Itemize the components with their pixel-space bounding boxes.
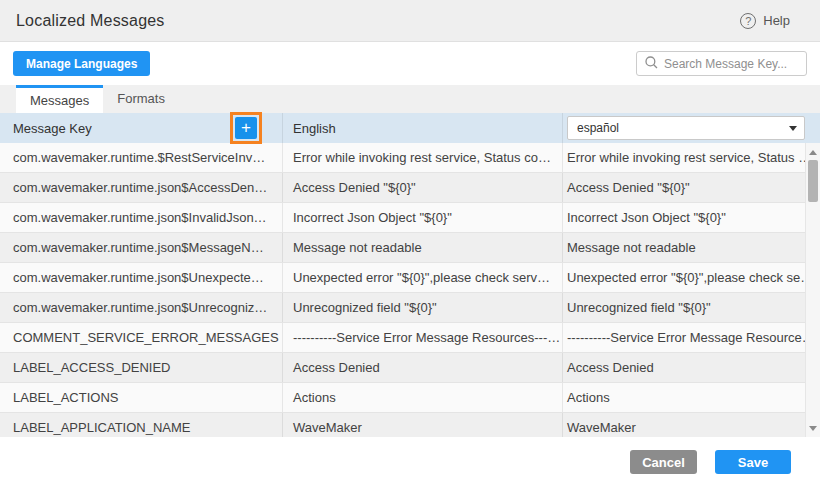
cell-localized[interactable]: Error while invoking rest service, Statu… — [563, 143, 820, 172]
scroll-up-icon[interactable] — [806, 145, 820, 159]
column-header-language: español — [563, 113, 820, 143]
cell-localized[interactable]: ----------Service Error Message Resource… — [563, 323, 820, 352]
help-label: Help — [763, 13, 790, 28]
language-select[interactable]: español — [567, 116, 805, 140]
cell-localized[interactable]: Actions — [563, 383, 820, 412]
messages-table: Message Key + English español com.wavema — [0, 113, 820, 437]
cell-english[interactable]: Error while invoking rest service, Statu… — [283, 143, 563, 172]
cell-english[interactable]: Unexpected error "${0}",please check ser… — [283, 263, 563, 292]
toolbar: Manage Languages — [0, 42, 820, 85]
table-row[interactable]: com.wavemaker.runtime.json$InvalidJson… … — [0, 203, 820, 233]
cell-localized[interactable]: WaveMaker — [563, 413, 820, 437]
column-header-english: English — [283, 113, 563, 143]
cell-message-key[interactable]: LABEL_ACTIONS — [0, 383, 283, 412]
search-icon — [645, 55, 658, 73]
cell-message-key[interactable]: com.wavemaker.runtime.json$InvalidJson… — [0, 203, 283, 232]
message-key-header-label: Message Key — [13, 121, 92, 136]
search-input[interactable] — [664, 57, 798, 71]
tab-formats[interactable]: Formats — [103, 85, 179, 113]
cell-localized[interactable]: Message not readable — [563, 233, 820, 262]
cell-localized[interactable]: Unrecognized field "${0}" — [563, 293, 820, 322]
table-row[interactable]: LABEL_ACTIONS Actions Actions — [0, 383, 820, 413]
cell-english[interactable]: Unrecognized field "${0}" — [283, 293, 563, 322]
cell-english[interactable]: Access Denied "${0}" — [283, 173, 563, 202]
table-row[interactable]: LABEL_ACCESS_DENIED Access Denied Access… — [0, 353, 820, 383]
cell-localized[interactable]: Access Denied "${0}" — [563, 173, 820, 202]
table-body: com.wavemaker.runtime.$RestServiceInv… E… — [0, 143, 820, 437]
cell-localized[interactable]: Access Denied — [563, 353, 820, 382]
cell-english[interactable]: WaveMaker — [283, 413, 563, 437]
cell-message-key[interactable]: LABEL_APPLICATION_NAME — [0, 413, 283, 437]
language-select-wrap: español — [567, 116, 805, 140]
help-link[interactable]: ? Help — [740, 13, 790, 29]
scroll-down-icon[interactable] — [806, 421, 820, 435]
scrollbar-thumb[interactable] — [808, 160, 818, 202]
table-header-row: Message Key + English español — [0, 113, 820, 143]
cell-message-key[interactable]: COMMENT_SERVICE_ERROR_MESSAGES — [0, 323, 283, 352]
vertical-scrollbar[interactable] — [805, 143, 820, 437]
table-row[interactable]: com.wavemaker.runtime.json$Unexpecte… Un… — [0, 263, 820, 293]
table-row[interactable]: COMMENT_SERVICE_ERROR_MESSAGES ---------… — [0, 323, 820, 353]
cell-english[interactable]: Actions — [283, 383, 563, 412]
cell-message-key[interactable]: com.wavemaker.runtime.json$Unrecogniz… — [0, 293, 283, 322]
cell-localized[interactable]: Unexpected error "${0}",please check se… — [563, 263, 820, 292]
cancel-button[interactable]: Cancel — [630, 450, 697, 474]
cell-english[interactable]: Incorrect Json Object "${0}" — [283, 203, 563, 232]
table-row[interactable]: com.wavemaker.runtime.json$AccessDen… Ac… — [0, 173, 820, 203]
cell-localized[interactable]: Incorrect Json Object "${0}" — [563, 203, 820, 232]
table-row[interactable]: LABEL_APPLICATION_NAME WaveMaker WaveMak… — [0, 413, 820, 437]
cell-message-key[interactable]: com.wavemaker.runtime.$RestServiceInv… — [0, 143, 283, 172]
save-button[interactable]: Save — [715, 450, 791, 474]
localized-messages-dialog: Localized Messages ? Help Manage Languag… — [0, 0, 820, 490]
table-row[interactable]: com.wavemaker.runtime.json$MessageN… Mes… — [0, 233, 820, 263]
cell-english[interactable]: Access Denied — [283, 353, 563, 382]
cell-english[interactable]: Message not readable — [283, 233, 563, 262]
tab-messages[interactable]: Messages — [16, 85, 103, 113]
highlight-annotation: + — [230, 112, 262, 144]
cell-message-key[interactable]: LABEL_ACCESS_DENIED — [0, 353, 283, 382]
cell-message-key[interactable]: com.wavemaker.runtime.json$MessageN… — [0, 233, 283, 262]
cell-message-key[interactable]: com.wavemaker.runtime.json$AccessDen… — [0, 173, 283, 202]
title-bar: Localized Messages ? Help — [0, 0, 820, 42]
search-box[interactable] — [636, 51, 807, 76]
tab-bar: Messages Formats — [0, 85, 820, 113]
manage-languages-button[interactable]: Manage Languages — [13, 51, 150, 76]
question-circle-icon: ? — [740, 13, 756, 29]
cell-english[interactable]: ----------Service Error Message Resource… — [283, 323, 563, 352]
english-header-label: English — [293, 121, 336, 136]
dialog-footer: Cancel Save — [0, 437, 820, 490]
page-title: Localized Messages — [16, 12, 165, 30]
table-row[interactable]: com.wavemaker.runtime.json$Unrecogniz… U… — [0, 293, 820, 323]
add-message-key-button[interactable]: + — [235, 117, 257, 139]
column-header-message-key: Message Key + — [0, 113, 283, 143]
cell-message-key[interactable]: com.wavemaker.runtime.json$Unexpecte… — [0, 263, 283, 292]
table-row[interactable]: com.wavemaker.runtime.$RestServiceInv… E… — [0, 143, 820, 173]
